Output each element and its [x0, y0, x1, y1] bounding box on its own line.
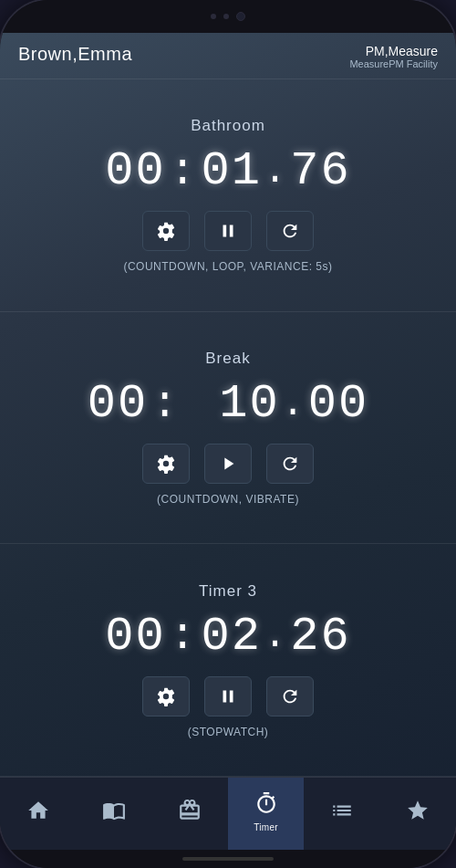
reset-icon — [280, 454, 300, 474]
home-indicator — [182, 857, 274, 861]
pm-label: PM,Measure — [349, 44, 438, 58]
timer-bathroom-ss: 76 — [290, 144, 350, 198]
phone-bottom-bar — [0, 850, 456, 868]
nav-chest[interactable] — [152, 778, 228, 850]
timer-bathroom-pause-button[interactable] — [204, 211, 252, 251]
reset-icon — [280, 221, 300, 241]
bottom-nav: Timer — [0, 777, 456, 850]
gear-icon — [156, 221, 176, 241]
timer-break-mode: (COUNTDOWN, VIBRATE) — [157, 493, 299, 506]
nav-tally[interactable] — [304, 778, 379, 850]
timer-bathroom-hh: 00 — [105, 144, 165, 198]
timer-bathroom-mm: 01 — [202, 144, 262, 198]
gear-icon — [156, 454, 176, 474]
user-name: Brown,Emma — [18, 44, 132, 65]
timer-3-label: Timer 3 — [199, 582, 257, 601]
timer-break-reset-button[interactable] — [266, 444, 314, 484]
timer-break: Break 00 : 10 . 00 — [0, 312, 456, 545]
dot-2 — [223, 14, 229, 19]
timer-break-controls — [142, 444, 314, 484]
timers-container: Bathroom 00 : 01 . 76 — [0, 79, 456, 777]
phone-top-bar — [0, 0, 456, 33]
camera-dot — [236, 12, 245, 21]
timer-bathroom-label: Bathroom — [191, 117, 265, 135]
timer-3-hh: 00 — [105, 610, 165, 664]
nav-timer[interactable]: Timer — [228, 778, 304, 850]
timer-3-mm: 02 — [202, 610, 262, 664]
gear-icon — [156, 686, 176, 706]
facility-label: MeasurePM Facility — [349, 58, 438, 69]
home-icon — [26, 799, 50, 826]
timer-3-display: 00 : 02 . 26 — [105, 610, 350, 664]
timer-3-settings-button[interactable] — [142, 676, 190, 716]
timer-break-display: 00 : 10 . 00 — [88, 377, 369, 431]
timer-break-mm: 10 — [219, 377, 279, 431]
timer-bathroom-controls — [142, 211, 314, 251]
reset-icon — [280, 686, 300, 706]
timer-bathroom-reset-button[interactable] — [266, 211, 314, 251]
dot-1 — [211, 14, 216, 19]
nav-book[interactable] — [76, 778, 151, 850]
timer-3: Timer 3 00 : 02 . 26 — [0, 544, 456, 777]
chest-icon — [178, 799, 202, 826]
pause-icon — [218, 686, 238, 706]
tally-icon — [330, 799, 354, 826]
nav-timer-label: Timer — [254, 822, 278, 832]
timer-bathroom-settings-button[interactable] — [142, 211, 190, 251]
timer-3-mode: (STOPWATCH) — [188, 726, 269, 738]
header-right: PM,Measure MeasurePM Facility — [349, 44, 438, 69]
header: Brown,Emma PM,Measure MeasurePM Facility — [0, 33, 456, 79]
nav-sparkle[interactable] — [380, 778, 456, 850]
timer-bathroom: Bathroom 00 : 01 . 76 — [0, 79, 456, 312]
phone-frame: Brown,Emma PM,Measure MeasurePM Facility… — [0, 0, 456, 868]
sparkle-icon — [406, 799, 430, 826]
timer-bathroom-display: 00 : 01 . 76 — [105, 144, 350, 198]
play-icon — [218, 454, 238, 474]
timer-3-pause-button[interactable] — [204, 676, 252, 716]
notch-dots — [211, 12, 245, 21]
phone-screen: Brown,Emma PM,Measure MeasurePM Facility… — [0, 33, 456, 850]
pause-icon — [218, 221, 238, 241]
book-icon — [102, 799, 126, 826]
timer-break-label: Break — [205, 350, 250, 368]
nav-home[interactable] — [0, 778, 76, 850]
timer-break-hh: 00 — [88, 377, 148, 431]
timer-break-play-button[interactable] — [204, 444, 252, 484]
timer-break-settings-button[interactable] — [142, 444, 190, 484]
timer-icon — [254, 791, 278, 819]
timer-3-controls — [142, 676, 314, 716]
timer-3-reset-button[interactable] — [266, 676, 314, 716]
timer-bathroom-mode: (COUNTDOWN, LOOP, VARIANCE: 5s) — [123, 260, 332, 273]
timer-3-ss: 26 — [290, 610, 350, 664]
timer-break-ss: 00 — [308, 377, 368, 431]
